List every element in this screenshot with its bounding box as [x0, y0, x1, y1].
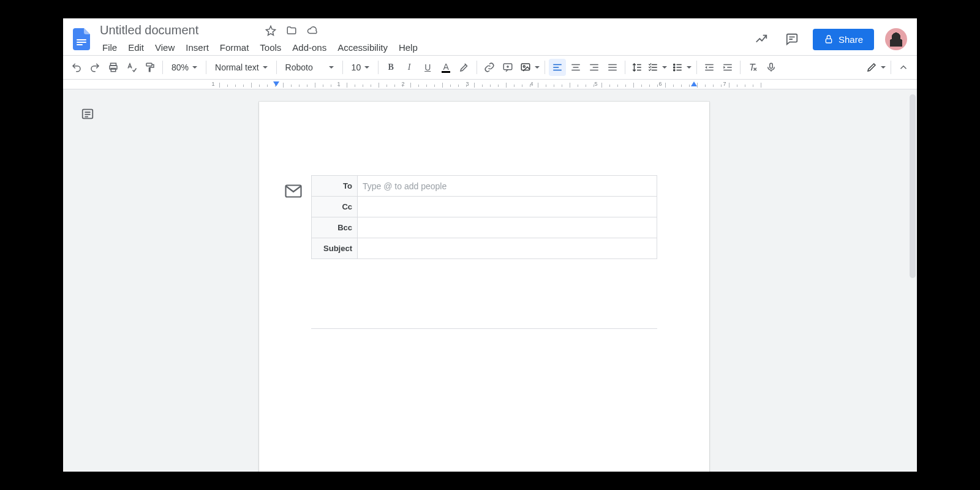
- menu-help[interactable]: Help: [394, 40, 423, 55]
- email-body-separator: [311, 328, 657, 329]
- ruler-tick: [705, 85, 706, 87]
- move-folder-icon[interactable]: [284, 23, 299, 38]
- toolbar-right: [864, 59, 912, 76]
- increase-indent-button[interactable]: [719, 59, 736, 76]
- align-justify-button[interactable]: [604, 59, 621, 76]
- undo-button[interactable]: [68, 59, 85, 76]
- underline-button[interactable]: U: [419, 59, 436, 76]
- email-cc-input[interactable]: [358, 197, 657, 217]
- gmail-icon[interactable]: [285, 184, 302, 200]
- open-comments-icon[interactable]: [782, 29, 802, 49]
- spellcheck-button[interactable]: [123, 59, 140, 76]
- paint-format-button[interactable]: [141, 59, 159, 76]
- vertical-scrollbar[interactable]: [908, 89, 917, 472]
- ruler-tick: [673, 85, 674, 87]
- share-button[interactable]: Share: [813, 29, 874, 50]
- right-indent-marker[interactable]: [690, 81, 698, 88]
- menu-accessibility[interactable]: Accessibility: [333, 40, 393, 55]
- font-size-dropdown[interactable]: 10: [347, 59, 375, 76]
- left-indent-marker[interactable]: [273, 81, 280, 88]
- ruler-tick: [371, 85, 371, 87]
- ruler-tick: [402, 85, 403, 87]
- email-to-input[interactable]: [358, 176, 657, 196]
- align-center-button[interactable]: [567, 59, 584, 76]
- title-right: Share: [752, 22, 907, 50]
- text-color-button[interactable]: A: [437, 59, 454, 76]
- ruler-tick: [506, 83, 507, 88]
- ruler-tick: [530, 85, 530, 87]
- email-draft-table: To Cc Bcc Subject: [311, 175, 657, 259]
- separator: [625, 61, 625, 74]
- cloud-status-icon[interactable]: [305, 23, 320, 38]
- ruler-tick: [442, 83, 443, 88]
- menu-format[interactable]: Format: [215, 40, 254, 55]
- italic-button[interactable]: I: [401, 59, 418, 76]
- svg-point-13: [674, 69, 675, 70]
- voice-typing-button[interactable]: [763, 59, 780, 76]
- ruler-tick: [578, 85, 578, 87]
- email-bcc-input[interactable]: [358, 217, 657, 238]
- font-family-dropdown[interactable]: Roboto: [281, 59, 339, 76]
- menu-tools[interactable]: Tools: [255, 40, 286, 55]
- ruler-tick: [243, 85, 244, 87]
- ruler-tick: [625, 85, 626, 87]
- document-outline-toggle[interactable]: [77, 103, 99, 125]
- ruler-tick: [609, 85, 610, 87]
- menu-file[interactable]: File: [97, 40, 122, 55]
- email-subject-input[interactable]: [358, 238, 657, 258]
- bulleted-list-dropdown[interactable]: [669, 59, 693, 76]
- menu-view[interactable]: View: [150, 40, 179, 55]
- ruler-tick: [355, 85, 355, 87]
- menu-bar: File Edit View Insert Format Tools Add-o…: [97, 40, 423, 55]
- email-bcc-row: Bcc: [312, 217, 657, 238]
- line-spacing-dropdown[interactable]: [629, 59, 644, 76]
- ruler-tick: [426, 85, 427, 87]
- ruler-tick: [586, 85, 586, 87]
- font-value: Roboto: [285, 62, 313, 72]
- docs-logo-icon[interactable]: [70, 24, 92, 54]
- align-left-button[interactable]: [549, 59, 566, 76]
- clear-formatting-button[interactable]: [744, 59, 761, 76]
- title-row: [97, 22, 423, 39]
- editing-mode-dropdown[interactable]: [864, 59, 887, 76]
- menu-insert[interactable]: Insert: [181, 40, 214, 55]
- print-button[interactable]: [105, 59, 122, 76]
- document-title-input[interactable]: [97, 22, 257, 39]
- align-right-button[interactable]: [586, 59, 603, 76]
- ruler-tick: [307, 85, 307, 87]
- paragraph-style-dropdown[interactable]: Normal text: [210, 59, 273, 76]
- menu-edit[interactable]: Edit: [123, 40, 149, 55]
- ruler-number: 7: [723, 81, 726, 87]
- horizontal-ruler[interactable]: 11234567: [63, 80, 917, 89]
- menu-addons[interactable]: Add-ons: [287, 40, 331, 55]
- ruler-tick: [259, 85, 260, 87]
- account-avatar[interactable]: [885, 28, 907, 50]
- separator: [206, 61, 206, 74]
- insert-link-button[interactable]: [481, 59, 498, 76]
- email-to-label: To: [312, 176, 358, 196]
- decrease-indent-button[interactable]: [701, 59, 718, 76]
- scrollbar-thumb[interactable]: [910, 94, 916, 278]
- ruler-number: 4: [530, 81, 533, 87]
- star-icon[interactable]: [263, 23, 278, 38]
- highlight-color-button[interactable]: [456, 59, 473, 76]
- insert-image-dropdown[interactable]: [518, 59, 541, 76]
- zoom-dropdown[interactable]: 80%: [167, 59, 202, 76]
- ruler-tick: [394, 85, 395, 87]
- svg-point-12: [674, 67, 675, 68]
- title-column: File Edit View Insert Format Tools Add-o…: [97, 22, 423, 55]
- activity-icon[interactable]: [752, 29, 771, 49]
- bold-button[interactable]: B: [382, 59, 399, 76]
- separator: [545, 61, 545, 74]
- separator: [477, 61, 477, 74]
- email-cc-label: Cc: [312, 197, 358, 217]
- separator: [276, 61, 277, 74]
- checklist-dropdown[interactable]: [645, 59, 668, 76]
- svg-rect-1: [77, 42, 86, 43]
- ruler-tick: [546, 85, 546, 87]
- collapse-toolbar-button[interactable]: [895, 59, 912, 76]
- redo-button[interactable]: [86, 59, 104, 76]
- add-comment-button[interactable]: [499, 59, 516, 76]
- svg-rect-0: [77, 39, 86, 40]
- document-page[interactable]: To Cc Bcc Subject: [259, 102, 709, 472]
